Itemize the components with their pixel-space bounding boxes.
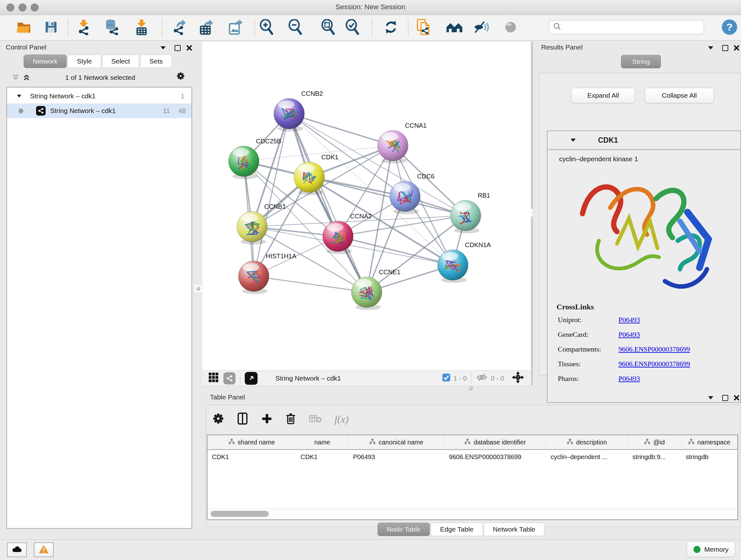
graph-node-CDK1[interactable]: CDK1 [294, 153, 338, 195]
collapse-all-button[interactable]: Collapse All [645, 88, 714, 103]
import-network-button[interactable] [75, 19, 92, 37]
graph-node-CDKN1A[interactable]: CDKN1A [437, 241, 491, 283]
birds-eye-view-icon[interactable] [245, 372, 258, 385]
close-panel-icon[interactable] [185, 44, 193, 52]
close-panel-icon[interactable] [732, 394, 741, 402]
graph-node-HIST1H1A[interactable]: HIST1H1A [239, 253, 296, 294]
tab-select[interactable]: Select [102, 55, 139, 68]
import-network-from-database-button[interactable] [104, 19, 121, 37]
graph-edge[interactable] [254, 276, 367, 292]
crosslink-value-link[interactable]: P06493 [618, 374, 640, 383]
horizontal-scrollbar[interactable] [207, 508, 738, 519]
left-splitter-handle[interactable] [194, 285, 202, 293]
table-options-gear-icon[interactable] [212, 413, 224, 426]
maximize-panel-icon[interactable] [721, 394, 729, 402]
tab-network-table[interactable]: Network Table [484, 523, 545, 536]
network-canvas[interactable]: CCNB2CCNA1CDC25BCDK1CDC6RB1CCNB1CCNA2CDK… [202, 42, 530, 370]
delete-column-trash-icon[interactable] [285, 412, 296, 427]
graph-node-CCNB1[interactable]: CCNB1 [237, 203, 286, 245]
crosslink-value-link[interactable]: P06493 [618, 330, 640, 339]
graph-node-CCNB2[interactable]: CCNB2 [274, 90, 323, 132]
zoom-fit-button[interactable] [320, 19, 337, 37]
expand-all-button[interactable]: Expand All [571, 88, 635, 103]
export-image-button[interactable] [226, 19, 244, 37]
graph-edge[interactable] [309, 177, 466, 215]
float-panel-icon[interactable] [706, 44, 715, 52]
column-header-label: canonical name [379, 439, 423, 446]
string-document-button[interactable] [415, 19, 433, 37]
zoom-selected-icon [345, 19, 360, 37]
node-collapse-caret-icon[interactable] [570, 138, 576, 142]
show-columns-icon[interactable] [237, 412, 248, 427]
tab-network[interactable]: Network [23, 55, 67, 68]
share-view-icon[interactable] [223, 372, 235, 384]
column-header-canonical-name[interactable]: canonical name [348, 435, 445, 449]
float-panel-icon[interactable] [706, 394, 715, 402]
tab-style[interactable]: Style [68, 55, 101, 68]
zoom-selected-button[interactable] [344, 19, 361, 37]
table-cell[interactable]: CDK1 [296, 450, 348, 464]
column-header-description[interactable]: description [546, 435, 628, 449]
network-collection-row[interactable]: String Network – cdk1 1 [7, 89, 192, 104]
graph-edge[interactable] [289, 114, 367, 292]
network-options-gear-icon[interactable] [177, 72, 185, 80]
table-cell[interactable]: 9606.ENSP00000378699 [445, 450, 546, 464]
tab-string[interactable]: String [621, 55, 661, 68]
search-field[interactable] [549, 20, 704, 34]
table-cell[interactable]: stringdb:9... [628, 450, 681, 464]
float-panel-icon[interactable] [159, 44, 167, 52]
zoom-out-button[interactable] [286, 19, 305, 37]
graph-node-CCNA1[interactable]: CCNA1 [378, 122, 427, 164]
open-session-button[interactable] [15, 19, 33, 37]
maximize-panel-icon[interactable] [721, 44, 729, 52]
crosslink-value-link[interactable]: 9606.ENSP00000378699 [618, 345, 690, 354]
maximize-panel-icon[interactable] [173, 44, 182, 52]
memory-button[interactable]: Memory [687, 542, 735, 557]
warning-button[interactable] [34, 543, 54, 557]
fit-content-crosshair-icon[interactable] [512, 371, 524, 385]
crosslink-value-link[interactable]: 9606.ENSP00000378699 [618, 360, 690, 368]
table-cell[interactable]: P06493 [348, 450, 445, 464]
tab-edge-table[interactable]: Edge Table [431, 523, 483, 536]
selected-checkbox-icon[interactable] [442, 374, 450, 383]
delete-table-icon[interactable] [309, 414, 322, 425]
show-all-button[interactable] [502, 19, 520, 37]
add-column-plus-icon[interactable] [261, 413, 273, 426]
grid-view-icon[interactable] [208, 372, 219, 384]
export-network-button[interactable] [171, 19, 188, 37]
tab-sets[interactable]: Sets [140, 55, 172, 68]
close-panel-icon[interactable] [732, 44, 741, 52]
first-neighbors-button[interactable] [446, 19, 463, 37]
collection-caret-icon[interactable] [17, 95, 21, 98]
table-cell[interactable]: cyclin–dependent ... [546, 450, 628, 464]
crosslink-value-link[interactable]: P06493 [618, 316, 640, 324]
search-input[interactable] [561, 23, 690, 31]
network-graph[interactable]: CCNB2CCNA1CDC25BCDK1CDC6RB1CCNB1CCNA2CDK… [202, 42, 530, 370]
tab-node-table[interactable]: Node Table [378, 523, 430, 536]
help-button[interactable]: ? [722, 19, 737, 35]
column-header-shared-name[interactable]: shared name [207, 435, 296, 449]
table-row[interactable]: CDK1CDK1P064939606.ENSP00000378699cyclin… [207, 450, 738, 464]
graph-edge[interactable] [289, 114, 393, 145]
save-session-button[interactable] [42, 19, 60, 37]
refresh-button[interactable] [382, 19, 400, 37]
table-panel-title: Table Panel [210, 393, 245, 401]
column-header-name[interactable]: name [296, 435, 348, 449]
network-status-dot [18, 109, 23, 113]
scrollbar-thumb[interactable] [211, 511, 269, 517]
column-header-namespace[interactable]: namespace [681, 435, 738, 449]
cloud-button[interactable] [7, 543, 27, 557]
zoom-in-button[interactable] [258, 19, 276, 37]
apply-function-fx-button[interactable]: f(x) [334, 414, 348, 425]
hide-selected-button[interactable] [472, 19, 490, 37]
import-table-button[interactable] [133, 19, 151, 37]
export-table-button[interactable] [197, 19, 215, 37]
node-details-header[interactable]: CDK1 [548, 131, 740, 150]
network-row[interactable]: String Network – cdk1 11 48 [7, 104, 192, 118]
column-header-database-identifier[interactable]: database identifier [445, 435, 546, 449]
memory-label: Memory [704, 546, 729, 553]
column-header--id[interactable]: @id [628, 435, 681, 449]
table-cell[interactable]: stringdb [681, 450, 738, 464]
table-cell[interactable]: CDK1 [207, 450, 296, 464]
graph-node-RB1[interactable]: RB1 [450, 192, 490, 233]
